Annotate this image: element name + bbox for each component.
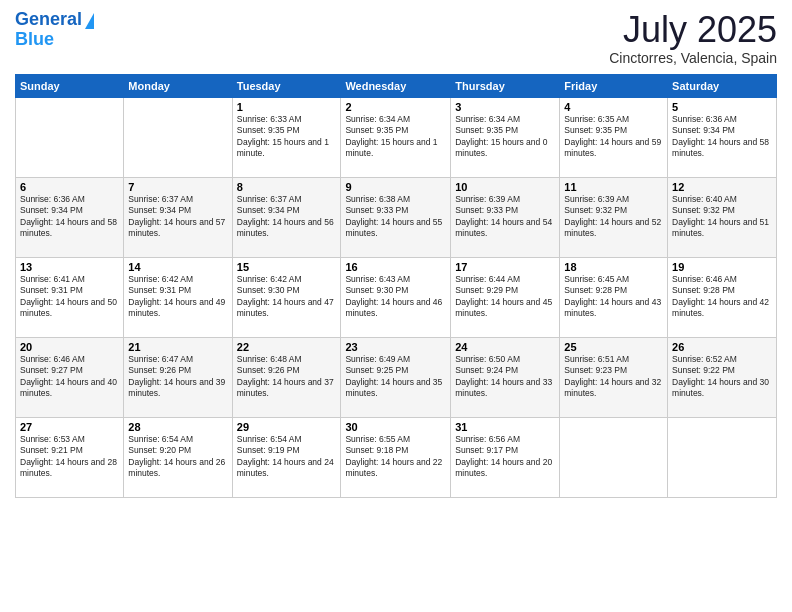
logo-text-line2: Blue xyxy=(15,30,54,50)
table-row: 15Sunrise: 6:42 AMSunset: 9:30 PMDayligh… xyxy=(232,257,341,337)
sunrise-text: Sunrise: 6:51 AM xyxy=(564,354,629,364)
table-row: 20Sunrise: 6:46 AMSunset: 9:27 PMDayligh… xyxy=(16,337,124,417)
main-title: July 2025 xyxy=(609,10,777,50)
daylight-text: Daylight: 14 hours and 39 minutes. xyxy=(128,377,225,398)
table-row xyxy=(668,417,777,497)
table-row: 19Sunrise: 6:46 AMSunset: 9:28 PMDayligh… xyxy=(668,257,777,337)
sunrise-text: Sunrise: 6:42 AM xyxy=(237,274,302,284)
sunset-text: Sunset: 9:24 PM xyxy=(455,365,518,375)
table-row: 14Sunrise: 6:42 AMSunset: 9:31 PMDayligh… xyxy=(124,257,232,337)
day-detail: Sunrise: 6:42 AMSunset: 9:30 PMDaylight:… xyxy=(237,274,337,320)
day-number: 14 xyxy=(128,261,227,273)
daylight-text: Daylight: 14 hours and 30 minutes. xyxy=(672,377,769,398)
sunset-text: Sunset: 9:17 PM xyxy=(455,445,518,455)
day-detail: Sunrise: 6:46 AMSunset: 9:27 PMDaylight:… xyxy=(20,354,119,400)
table-row: 8Sunrise: 6:37 AMSunset: 9:34 PMDaylight… xyxy=(232,177,341,257)
header-tuesday: Tuesday xyxy=(232,74,341,97)
daylight-text: Daylight: 14 hours and 45 minutes. xyxy=(455,297,552,318)
day-detail: Sunrise: 6:49 AMSunset: 9:25 PMDaylight:… xyxy=(345,354,446,400)
logo-triangle-icon xyxy=(85,13,94,29)
table-row: 27Sunrise: 6:53 AMSunset: 9:21 PMDayligh… xyxy=(16,417,124,497)
day-detail: Sunrise: 6:56 AMSunset: 9:17 PMDaylight:… xyxy=(455,434,555,480)
weekday-header-row: Sunday Monday Tuesday Wednesday Thursday… xyxy=(16,74,777,97)
sunrise-text: Sunrise: 6:36 AM xyxy=(20,194,85,204)
daylight-text: Daylight: 14 hours and 24 minutes. xyxy=(237,457,334,478)
sunrise-text: Sunrise: 6:41 AM xyxy=(20,274,85,284)
sunrise-text: Sunrise: 6:33 AM xyxy=(237,114,302,124)
day-detail: Sunrise: 6:54 AMSunset: 9:20 PMDaylight:… xyxy=(128,434,227,480)
sunset-text: Sunset: 9:28 PM xyxy=(672,285,735,295)
week-row-4: 20Sunrise: 6:46 AMSunset: 9:27 PMDayligh… xyxy=(16,337,777,417)
sunrise-text: Sunrise: 6:34 AM xyxy=(345,114,410,124)
sunrise-text: Sunrise: 6:44 AM xyxy=(455,274,520,284)
day-detail: Sunrise: 6:52 AMSunset: 9:22 PMDaylight:… xyxy=(672,354,772,400)
daylight-text: Daylight: 14 hours and 46 minutes. xyxy=(345,297,442,318)
day-detail: Sunrise: 6:39 AMSunset: 9:32 PMDaylight:… xyxy=(564,194,663,240)
logo-text-line1: General xyxy=(15,10,82,30)
sunset-text: Sunset: 9:26 PM xyxy=(237,365,300,375)
day-number: 3 xyxy=(455,101,555,113)
sunset-text: Sunset: 9:32 PM xyxy=(564,205,627,215)
daylight-text: Daylight: 14 hours and 22 minutes. xyxy=(345,457,442,478)
day-detail: Sunrise: 6:53 AMSunset: 9:21 PMDaylight:… xyxy=(20,434,119,480)
day-number: 10 xyxy=(455,181,555,193)
sunset-text: Sunset: 9:31 PM xyxy=(128,285,191,295)
day-number: 11 xyxy=(564,181,663,193)
sunset-text: Sunset: 9:34 PM xyxy=(128,205,191,215)
sunrise-text: Sunrise: 6:42 AM xyxy=(128,274,193,284)
sunset-text: Sunset: 9:33 PM xyxy=(345,205,408,215)
sunset-text: Sunset: 9:25 PM xyxy=(345,365,408,375)
day-number: 18 xyxy=(564,261,663,273)
day-detail: Sunrise: 6:35 AMSunset: 9:35 PMDaylight:… xyxy=(564,114,663,160)
sunset-text: Sunset: 9:32 PM xyxy=(672,205,735,215)
daylight-text: Daylight: 14 hours and 49 minutes. xyxy=(128,297,225,318)
day-detail: Sunrise: 6:40 AMSunset: 9:32 PMDaylight:… xyxy=(672,194,772,240)
day-number: 23 xyxy=(345,341,446,353)
day-number: 5 xyxy=(672,101,772,113)
daylight-text: Daylight: 14 hours and 43 minutes. xyxy=(564,297,661,318)
day-number: 27 xyxy=(20,421,119,433)
sunrise-text: Sunrise: 6:49 AM xyxy=(345,354,410,364)
table-row: 24Sunrise: 6:50 AMSunset: 9:24 PMDayligh… xyxy=(451,337,560,417)
sunrise-text: Sunrise: 6:40 AM xyxy=(672,194,737,204)
sunrise-text: Sunrise: 6:50 AM xyxy=(455,354,520,364)
day-detail: Sunrise: 6:41 AMSunset: 9:31 PMDaylight:… xyxy=(20,274,119,320)
daylight-text: Daylight: 14 hours and 26 minutes. xyxy=(128,457,225,478)
day-number: 2 xyxy=(345,101,446,113)
logo: General Blue xyxy=(15,10,94,50)
table-row: 3Sunrise: 6:34 AMSunset: 9:35 PMDaylight… xyxy=(451,97,560,177)
daylight-text: Daylight: 14 hours and 56 minutes. xyxy=(237,217,334,238)
daylight-text: Daylight: 15 hours and 1 minute. xyxy=(237,137,329,158)
table-row: 16Sunrise: 6:43 AMSunset: 9:30 PMDayligh… xyxy=(341,257,451,337)
sunrise-text: Sunrise: 6:37 AM xyxy=(128,194,193,204)
table-row: 29Sunrise: 6:54 AMSunset: 9:19 PMDayligh… xyxy=(232,417,341,497)
day-detail: Sunrise: 6:48 AMSunset: 9:26 PMDaylight:… xyxy=(237,354,337,400)
daylight-text: Daylight: 14 hours and 40 minutes. xyxy=(20,377,117,398)
sunrise-text: Sunrise: 6:37 AM xyxy=(237,194,302,204)
table-row: 4Sunrise: 6:35 AMSunset: 9:35 PMDaylight… xyxy=(560,97,668,177)
day-number: 9 xyxy=(345,181,446,193)
day-detail: Sunrise: 6:43 AMSunset: 9:30 PMDaylight:… xyxy=(345,274,446,320)
daylight-text: Daylight: 14 hours and 42 minutes. xyxy=(672,297,769,318)
table-row: 28Sunrise: 6:54 AMSunset: 9:20 PMDayligh… xyxy=(124,417,232,497)
daylight-text: Daylight: 14 hours and 51 minutes. xyxy=(672,217,769,238)
table-row: 23Sunrise: 6:49 AMSunset: 9:25 PMDayligh… xyxy=(341,337,451,417)
day-number: 22 xyxy=(237,341,337,353)
sunset-text: Sunset: 9:26 PM xyxy=(128,365,191,375)
table-row: 12Sunrise: 6:40 AMSunset: 9:32 PMDayligh… xyxy=(668,177,777,257)
sunrise-text: Sunrise: 6:34 AM xyxy=(455,114,520,124)
sunset-text: Sunset: 9:20 PM xyxy=(128,445,191,455)
day-number: 28 xyxy=(128,421,227,433)
week-row-3: 13Sunrise: 6:41 AMSunset: 9:31 PMDayligh… xyxy=(16,257,777,337)
sunrise-text: Sunrise: 6:56 AM xyxy=(455,434,520,444)
sunset-text: Sunset: 9:23 PM xyxy=(564,365,627,375)
day-number: 20 xyxy=(20,341,119,353)
table-row: 11Sunrise: 6:39 AMSunset: 9:32 PMDayligh… xyxy=(560,177,668,257)
sunset-text: Sunset: 9:27 PM xyxy=(20,365,83,375)
day-number: 16 xyxy=(345,261,446,273)
header-thursday: Thursday xyxy=(451,74,560,97)
sunrise-text: Sunrise: 6:36 AM xyxy=(672,114,737,124)
daylight-text: Daylight: 14 hours and 54 minutes. xyxy=(455,217,552,238)
table-row xyxy=(16,97,124,177)
day-number: 21 xyxy=(128,341,227,353)
